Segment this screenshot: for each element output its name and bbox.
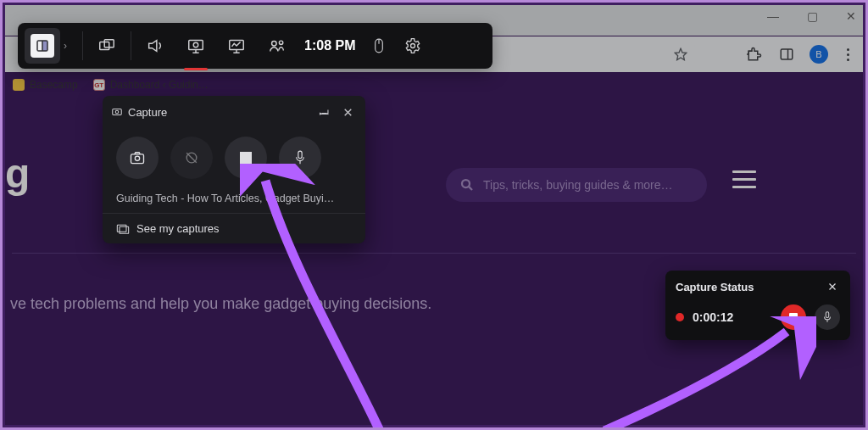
svg-rect-7	[43, 42, 47, 51]
bookmark-label: Basecamp	[30, 79, 78, 91]
mic-toggle-button[interactable]	[279, 137, 321, 179]
recording-indicator-icon	[676, 313, 684, 321]
widgets-icon[interactable]	[86, 23, 127, 69]
capture-widget: Capture Guiding Tech - How To Articles, …	[103, 96, 365, 243]
svg-rect-31	[117, 225, 126, 232]
window-close-button[interactable]: ✕	[840, 8, 862, 25]
active-app-tile[interactable]	[25, 28, 60, 64]
svg-point-18	[279, 41, 282, 44]
gamebar-clock: 1:08 PM	[298, 38, 362, 53]
svg-rect-26	[131, 154, 144, 164]
site-logo-fragment: g	[5, 150, 30, 197]
svg-rect-10	[189, 41, 203, 50]
bookmark-label: Dashboard ‹ Guidin…	[110, 79, 209, 91]
page-divider	[12, 253, 856, 254]
bookmark-star-icon[interactable]	[674, 47, 687, 61]
window-maximize-button[interactable]: ▢	[801, 8, 823, 25]
capture-target-window: Guiding Tech - How To Articles, Gadget B…	[103, 189, 365, 213]
capture-title: Capture	[128, 106, 309, 119]
svg-point-13	[193, 42, 198, 47]
mouse-icon[interactable]	[362, 23, 396, 69]
recording-elapsed: 0:00:12	[693, 310, 772, 324]
svg-point-3	[462, 180, 470, 187]
svg-point-21	[411, 44, 415, 48]
window-minimize-button[interactable]: —	[762, 8, 784, 25]
see-my-captures-label: See my captures	[136, 222, 220, 235]
search-icon	[459, 177, 475, 193]
search-placeholder: Tips, tricks, buying guides & more…	[483, 178, 673, 192]
svg-rect-1	[781, 49, 793, 59]
close-icon[interactable]	[338, 103, 357, 121]
performance-icon[interactable]	[216, 23, 257, 69]
audio-icon[interactable]	[135, 23, 175, 69]
mic-toggle-button[interactable]	[815, 304, 840, 330]
browser-tool-icons: B	[745, 45, 854, 64]
svg-rect-6	[38, 42, 42, 51]
capture-status-widget: Capture Status 0:00:12	[665, 271, 850, 340]
close-icon[interactable]	[825, 279, 840, 294]
xbox-game-bar: › 1:08 PM	[18, 23, 492, 69]
stop-icon	[240, 152, 252, 164]
settings-icon[interactable]	[396, 23, 430, 69]
capture-title-icon	[111, 106, 123, 118]
site-search-input[interactable]: Tips, tricks, buying guides & more…	[446, 168, 707, 202]
record-last-button[interactable]	[170, 137, 213, 179]
bookmark-favicon: GT	[93, 79, 105, 91]
browser-menu-icon[interactable]	[842, 48, 854, 61]
svg-point-23	[115, 110, 119, 114]
separator	[82, 31, 83, 60]
bookmark-favicon	[13, 79, 25, 91]
bookmark-basecamp[interactable]: Basecamp	[13, 79, 78, 91]
see-my-captures-link[interactable]: See my captures	[103, 213, 365, 243]
chevron-right-icon[interactable]: ›	[64, 40, 79, 52]
separator	[131, 31, 131, 60]
screenshot-button[interactable]	[116, 137, 159, 179]
stop-icon	[789, 313, 798, 321]
capture-status-title: Capture Status	[676, 281, 825, 293]
site-menu-icon[interactable]	[732, 170, 756, 188]
browser-omnibox[interactable]	[477, 41, 698, 68]
bookmark-guidingtech-dashboard[interactable]: GT Dashboard ‹ Guidin…	[93, 79, 209, 91]
svg-rect-35	[826, 312, 828, 318]
svg-rect-32	[120, 226, 129, 233]
capture-icon[interactable]	[175, 23, 216, 69]
bookmarks-bar: Basecamp GT Dashboard ‹ Guidin…	[13, 75, 863, 94]
window-controls: — ▢ ✕	[762, 8, 862, 25]
svg-rect-29	[298, 151, 302, 159]
svg-point-27	[135, 156, 139, 160]
svg-rect-22	[113, 109, 122, 115]
svg-marker-0	[675, 48, 686, 59]
xbox-social-icon[interactable]	[257, 23, 298, 69]
side-panel-icon[interactable]	[777, 45, 796, 64]
svg-line-4	[469, 187, 472, 190]
svg-point-17	[272, 42, 277, 47]
pin-icon[interactable]	[314, 103, 333, 121]
stop-record-button[interactable]	[225, 137, 267, 179]
extensions-icon[interactable]	[745, 45, 764, 64]
stop-recording-button[interactable]	[781, 304, 806, 330]
profile-avatar[interactable]: B	[810, 45, 828, 64]
page-tagline: ve tech problems and help you make gadge…	[10, 295, 431, 313]
